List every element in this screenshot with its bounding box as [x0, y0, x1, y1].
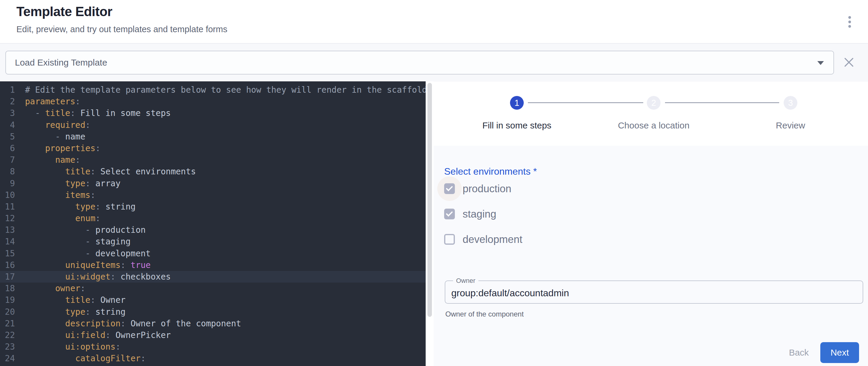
template-toolbar: Load Existing Template: [0, 43, 868, 82]
line-number: 17: [0, 271, 15, 282]
checkbox-row-staging[interactable]: staging: [444, 209, 496, 219]
line-number: 2: [0, 96, 15, 107]
kebab-menu-icon[interactable]: [842, 13, 857, 30]
line-number: 5: [0, 131, 15, 143]
code-line: 1# Edit the template parameters below to…: [0, 84, 426, 96]
form-step-panel: Select environments * productionstagingd…: [434, 146, 868, 366]
code-text: - title: Fill in some steps: [25, 107, 171, 119]
code-text: title: Select environments: [25, 166, 196, 177]
code-text: ui:options:: [25, 341, 120, 353]
owner-field-label: Owner: [453, 277, 478, 285]
code-line: 12 enum:: [0, 213, 426, 224]
step-1-indicator: 1: [510, 96, 524, 110]
code-text: title: Owner: [25, 294, 125, 306]
line-number: 6: [0, 143, 15, 154]
code-line: 18 owner:: [0, 282, 426, 294]
line-number: 23: [0, 341, 15, 353]
code-line: 16 uniqueItems: true: [0, 259, 426, 271]
code-text: - name: [25, 131, 85, 143]
back-button[interactable]: Back: [783, 345, 814, 360]
checkbox-label: development: [463, 233, 522, 245]
line-number: 10: [0, 189, 15, 201]
code-line: 11 type: string: [0, 201, 426, 213]
checkbox-row-production[interactable]: production: [444, 183, 511, 194]
load-existing-template-select[interactable]: Load Existing Template: [5, 51, 834, 74]
step-2-label: Choose a location: [594, 120, 713, 130]
caret-down-icon: [817, 61, 824, 65]
line-number: 18: [0, 282, 15, 294]
code-line: 15 - development: [0, 248, 426, 259]
code-line: 9 type: array: [0, 178, 426, 189]
code-text: uniqueItems: true: [25, 259, 151, 271]
code-line: 10 items:: [0, 189, 426, 201]
code-text: parameters:: [25, 96, 80, 107]
checkbox-label: production: [463, 183, 511, 194]
code-text: required:: [25, 119, 90, 131]
required-asterisk: *: [531, 166, 537, 177]
unchecked-checkbox-icon[interactable]: [444, 234, 455, 245]
kebab-dot: [848, 16, 851, 19]
code-text: description: Owner of the component: [25, 318, 241, 329]
code-line: 17 ui:widget: checkboxes: [0, 271, 426, 282]
line-number: 21: [0, 318, 15, 329]
checked-checkbox-icon[interactable]: [444, 183, 455, 194]
clear-selection-button[interactable]: [841, 55, 857, 70]
checked-checkbox-icon[interactable]: [444, 209, 455, 219]
checkbox-row-development[interactable]: development: [444, 234, 522, 245]
kebab-dot: [848, 21, 851, 23]
code-line: 21 description: Owner of the component: [0, 318, 426, 329]
line-number: 15: [0, 248, 15, 259]
code-line: 14 - staging: [0, 236, 426, 247]
code-text: - staging: [25, 236, 130, 247]
next-button[interactable]: Next: [820, 342, 859, 363]
close-icon: [843, 57, 854, 68]
line-number: 8: [0, 166, 15, 177]
step-1-label: Fill in some steps: [457, 120, 577, 130]
code-line: 20 type: string: [0, 306, 426, 318]
line-number: 7: [0, 154, 15, 166]
step-3-label: Review: [731, 120, 850, 130]
page-title: Template Editor: [17, 4, 113, 19]
code-text: - production: [25, 224, 146, 236]
yaml-code-editor[interactable]: 1# Edit the template parameters below to…: [0, 81, 426, 366]
code-line: 7 name:: [0, 154, 426, 166]
code-line: 8 title: Select environments: [0, 166, 426, 177]
code-text: items:: [25, 189, 95, 201]
load-existing-template-value: Load Existing Template: [15, 51, 107, 74]
line-number: 13: [0, 224, 15, 236]
code-line: 5 - name: [0, 131, 426, 143]
page-subtitle: Edit, preview, and try out templates and…: [17, 25, 227, 34]
code-text: properties:: [25, 143, 100, 154]
code-line: 23 ui:options:: [0, 341, 426, 353]
editor-scrollbar-track: [426, 81, 434, 366]
line-number: 24: [0, 353, 15, 364]
line-number: 20: [0, 306, 15, 318]
line-number: 3: [0, 107, 15, 119]
line-number: 14: [0, 236, 15, 247]
stepper-connector: [665, 102, 779, 103]
select-environments-label: Select environments *: [444, 166, 537, 177]
line-number: 19: [0, 294, 15, 306]
code-text: name:: [25, 154, 80, 166]
code-line: 22 ui:field: OwnerPicker: [0, 329, 426, 341]
code-line: 19 title: Owner: [0, 294, 426, 306]
line-number: 12: [0, 213, 15, 224]
code-text: enum:: [25, 213, 100, 224]
code-text: - development: [25, 248, 151, 259]
stepper-connector: [528, 102, 643, 103]
code-text: # Edit the template parameters below to …: [25, 84, 426, 96]
code-line: 4 required:: [0, 119, 426, 131]
kebab-dot: [848, 25, 851, 28]
line-number: 9: [0, 178, 15, 189]
code-line: 2parameters:: [0, 96, 426, 107]
line-number: 4: [0, 119, 15, 131]
editor-scrollbar-thumb[interactable]: [428, 83, 432, 317]
code-line: 24 catalogFilter:: [0, 353, 426, 364]
checkbox-label: staging: [463, 208, 496, 220]
code-text: ui:field: OwnerPicker: [25, 329, 171, 341]
code-line: 3 - title: Fill in some steps: [0, 107, 426, 119]
code-text: catalogFilter:: [25, 353, 146, 364]
line-number: 1: [0, 84, 15, 96]
code-line: 6 properties:: [0, 143, 426, 154]
owner-field-value[interactable]: group:default/accountadmin: [451, 286, 569, 300]
